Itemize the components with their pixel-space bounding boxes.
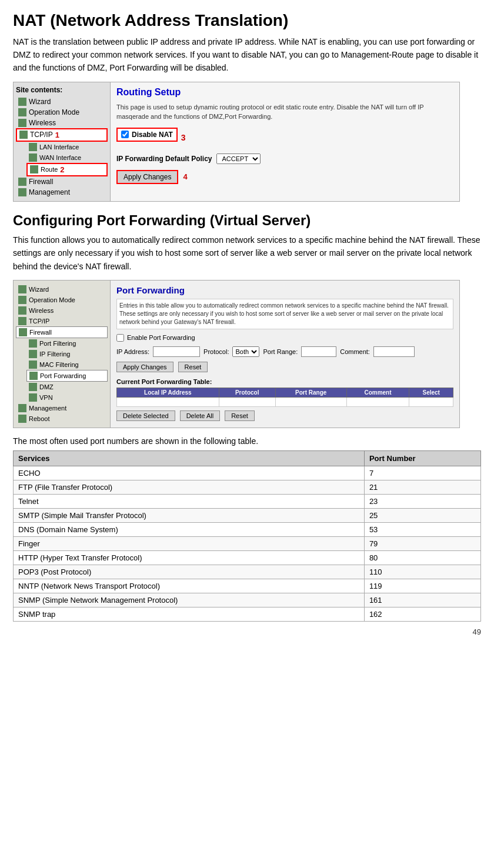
label-3: 3 bbox=[181, 133, 186, 142]
intro-paragraph: NAT is the translation between public IP… bbox=[13, 35, 481, 75]
doc-icon bbox=[18, 108, 26, 116]
disable-nat-label: Disable NAT bbox=[132, 131, 173, 139]
table-row: Finger79 bbox=[14, 536, 481, 550]
pf-sidebar-firewall[interactable]: Firewall bbox=[16, 326, 108, 338]
pf-title: Port Forwarding bbox=[116, 285, 453, 295]
delete-all-button[interactable]: Delete All bbox=[180, 410, 220, 421]
pf-reset-button[interactable]: Reset bbox=[178, 362, 208, 372]
sidebar-label-firewall: Firewall bbox=[29, 178, 53, 186]
port-number: 53 bbox=[364, 522, 480, 536]
pf-enable-row: Enable Port Forwarding bbox=[116, 334, 453, 342]
accept-select[interactable]: ACCEPT bbox=[216, 153, 261, 164]
table-row: NNTP (Network News Transport Protocol)11… bbox=[14, 579, 481, 593]
pf-sidebar-ipfiltering[interactable]: IP Filtering bbox=[26, 349, 108, 359]
doc-icon bbox=[18, 119, 26, 127]
sidebar-item-wireless[interactable]: Wireless bbox=[16, 118, 108, 128]
sidebar-item-management[interactable]: Management bbox=[16, 187, 108, 198]
routing-screenshot: Site contents: Wizard Operation Mode Wir… bbox=[13, 82, 460, 202]
table-row: Telnet23 bbox=[14, 494, 481, 508]
section2-title: Configuring Port Forwarding (Virtual Ser… bbox=[13, 212, 481, 229]
pf-apply-button[interactable]: Apply Changes bbox=[116, 362, 173, 372]
pf-sidebar: Wizard Operation Mode Wireless TCP/IP Fi… bbox=[14, 281, 111, 428]
sidebar-label-lan: LAN Interface bbox=[39, 143, 79, 151]
table-row: POP3 (Post Protocol)110 bbox=[14, 565, 481, 579]
pf-sidebar-tcpip[interactable]: TCP/IP bbox=[16, 316, 108, 326]
port-table-intro: The most often used port numbers are sho… bbox=[13, 436, 481, 446]
delete-selected-button[interactable]: Delete Selected bbox=[116, 410, 175, 421]
pf-sidebar-portfiltering[interactable]: Port Filtering bbox=[26, 338, 108, 349]
port-number: 161 bbox=[364, 593, 480, 607]
section2-desc: This function allows you to automaticall… bbox=[13, 233, 481, 273]
apply-row: Apply Changes 4 bbox=[116, 170, 453, 184]
label-4: 4 bbox=[183, 172, 187, 181]
port-number: 119 bbox=[364, 579, 480, 593]
pf-sidebar-wizard[interactable]: Wizard bbox=[16, 284, 108, 295]
comment-input[interactable] bbox=[373, 346, 415, 357]
port-range-input[interactable] bbox=[301, 346, 336, 357]
page-number: 49 bbox=[13, 627, 481, 636]
port-number: 21 bbox=[364, 480, 480, 494]
table-row: SNMP (Simple Network Management Protocol… bbox=[14, 593, 481, 607]
sidebar-item-wizard[interactable]: Wizard bbox=[16, 96, 108, 107]
routing-title: Routing Setup bbox=[116, 87, 453, 98]
pf-bottom-buttons: Delete Selected Delete All Reset bbox=[116, 410, 453, 421]
routing-sidebar: Site contents: Wizard Operation Mode Wir… bbox=[14, 82, 111, 201]
pf-sidebar-macfiltering[interactable]: MAC Filtering bbox=[26, 359, 108, 370]
sidebar-item-tcpip[interactable]: TCP/IP 1 bbox=[16, 128, 108, 142]
pf-sidebar-dmz[interactable]: DMZ bbox=[26, 382, 108, 392]
pf-sidebar-portforwarding[interactable]: Port Forwarding bbox=[26, 370, 108, 382]
col-select: Select bbox=[409, 388, 453, 397]
ip-address-input[interactable] bbox=[153, 346, 200, 357]
port-services-table: Services Port Number ECHO7FTP (File Tran… bbox=[13, 450, 481, 622]
enable-pf-checkbox[interactable] bbox=[116, 334, 124, 342]
doc-icon bbox=[29, 143, 37, 151]
services-header: Services bbox=[14, 450, 365, 466]
doc-icon bbox=[18, 415, 26, 423]
disable-nat-wrapper: Disable NAT 3 bbox=[116, 128, 453, 148]
table-row: HTTP (Hyper Text Transfer Protocol)80 bbox=[14, 550, 481, 565]
pf-reset2-button[interactable]: Reset bbox=[225, 410, 255, 421]
pf-sidebar-reboot[interactable]: Reboot bbox=[16, 413, 108, 424]
disable-nat-row[interactable]: Disable NAT bbox=[116, 128, 178, 142]
table-row: SNMP trap162 bbox=[14, 607, 481, 621]
folder-icon bbox=[18, 178, 26, 186]
service-name: Telnet bbox=[14, 494, 365, 508]
pf-sidebar-vpn[interactable]: VPN bbox=[26, 392, 108, 403]
doc-icon bbox=[29, 393, 37, 402]
col-comment: Comment bbox=[346, 388, 409, 397]
protocol-label: Protocol: bbox=[203, 348, 229, 355]
apply-changes-button[interactable]: Apply Changes bbox=[116, 170, 178, 184]
doc-icon bbox=[29, 350, 37, 358]
pf-sidebar-wireless[interactable]: Wireless bbox=[16, 305, 108, 316]
page-title: NAT (Network Address Translation) bbox=[13, 11, 481, 31]
pf-sidebar-opmode[interactable]: Operation Mode bbox=[16, 295, 108, 305]
sidebar-item-lan[interactable]: LAN Interface bbox=[26, 142, 108, 152]
pf-sidebar-management[interactable]: Management bbox=[16, 403, 108, 413]
pf-desc: Entries in this table allow you to autom… bbox=[116, 299, 453, 329]
routing-main: Routing Setup This page is used to setup… bbox=[111, 82, 459, 201]
doc-icon bbox=[29, 372, 38, 380]
sidebar-title: Site contents: bbox=[16, 86, 108, 94]
service-name: ECHO bbox=[14, 466, 365, 480]
service-name: SMTP (Simple Mail Transfer Protocol) bbox=[14, 508, 365, 522]
sidebar-item-opmode[interactable]: Operation Mode bbox=[16, 107, 108, 118]
col-protocol: Protocol bbox=[219, 388, 275, 397]
port-number: 162 bbox=[364, 607, 480, 621]
service-name: SNMP (Simple Network Management Protocol… bbox=[14, 593, 365, 607]
protocol-select[interactable]: Both TCP UDP bbox=[232, 346, 259, 357]
comment-label: Comment: bbox=[340, 348, 370, 355]
sidebar-label-management: Management bbox=[29, 188, 70, 196]
routing-desc: This page is used to setup dynamic routi… bbox=[116, 102, 453, 122]
sidebar-label-route: Route bbox=[41, 166, 58, 173]
doc-icon bbox=[18, 317, 26, 325]
sidebar-item-route[interactable]: Route 2 bbox=[26, 163, 108, 176]
sidebar-item-wan[interactable]: WAN Interface bbox=[26, 152, 108, 163]
service-name: POP3 (Post Protocol) bbox=[14, 565, 365, 579]
table-row: FTP (File Transfer Protocol)21 bbox=[14, 480, 481, 494]
port-number: 79 bbox=[364, 536, 480, 550]
sidebar-item-firewall[interactable]: Firewall bbox=[16, 176, 108, 187]
doc-icon bbox=[18, 296, 26, 304]
service-name: Finger bbox=[14, 536, 365, 550]
disable-nat-checkbox[interactable] bbox=[121, 131, 129, 138]
port-number-header: Port Number bbox=[364, 450, 480, 466]
